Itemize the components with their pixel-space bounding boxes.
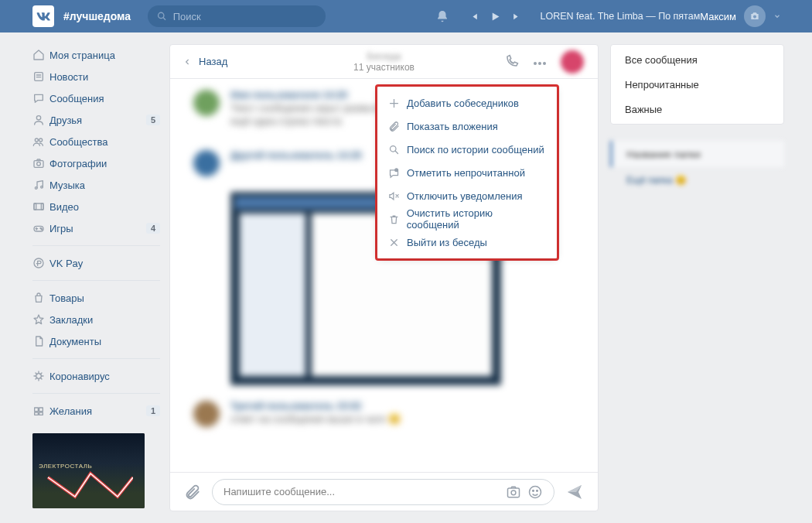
chevron-down-icon [773,12,781,20]
chat-title[interactable]: Беседа 11 участников [353,50,415,73]
chat-avatar[interactable] [561,50,584,73]
compose-bar [170,472,598,511]
emoji-icon[interactable] [527,484,543,500]
compose-input-wrap [212,479,554,505]
call-icon[interactable] [504,54,519,69]
send-icon[interactable] [565,483,584,501]
menu-attach[interactable]: Показать вложения [377,115,557,138]
svg-rect-24 [39,408,43,412]
nav-video[interactable]: Видео [32,196,160,217]
home-icon [32,49,49,61]
notifications-icon[interactable] [435,9,449,24]
mute-icon [388,190,407,202]
svg-point-6 [36,116,40,120]
game-icon [32,222,49,234]
nav-pay[interactable]: VK Pay [32,252,160,274]
leave-icon [388,237,407,248]
prev-track-icon[interactable] [469,12,479,22]
nav-star[interactable]: Закладки [32,309,160,330]
svg-point-10 [37,162,41,166]
plus-icon [388,97,407,109]
svg-point-20 [41,229,42,230]
chat-panel: Назад Беседа 11 участников Имя пользоват… [169,44,599,511]
search-input[interactable] [173,11,316,22]
message-input[interactable] [223,486,500,497]
music-controls: LOREN feat. The Limba — По пятам [469,11,701,22]
news-icon [32,70,49,83]
search-icon [157,11,167,22]
menu-plus[interactable]: Добавить собеседников [377,91,557,115]
avatar [744,5,766,27]
menu-leave[interactable]: Выйти из беседы [377,231,557,254]
ad-banner[interactable]: ЭЛЕКТРОСТАЛЬ [32,433,145,508]
camera-icon [32,157,49,169]
search-icon [388,144,407,156]
nav-chat[interactable]: Сообщения [32,87,160,109]
nav-virus[interactable]: Коронавирус [32,365,160,387]
nav-doc[interactable]: Документы [32,330,160,352]
play-icon[interactable] [490,11,501,22]
svg-point-7 [35,138,38,142]
chat-header: Назад Беседа 11 участников [170,45,598,79]
now-playing[interactable]: LOREN feat. The Limba — По пятам [541,11,701,22]
user-menu[interactable]: Максим [700,5,781,27]
menu-trash[interactable]: Очистить историю сообщений [377,207,557,231]
svg-rect-34 [508,488,520,497]
svg-point-2 [753,15,756,19]
nav-camera[interactable]: Фотографии [32,152,160,174]
filter-item[interactable]: Все сообщения [611,47,783,72]
svg-rect-26 [39,412,43,415]
nav-users[interactable]: Сообщества [32,131,160,152]
badge: 4 [146,223,160,234]
attach-icon[interactable] [184,484,201,501]
star-icon [32,313,49,326]
svg-point-38 [537,490,538,491]
nav-gift[interactable]: Желания1 [32,400,160,422]
menu-search[interactable]: Поиск по истории сообщений [377,138,557,161]
filter-item[interactable]: Непрочитанные [611,72,783,97]
nav-game[interactable]: Игры4 [32,217,160,239]
svg-point-12 [41,186,43,188]
nav-bag[interactable]: Товары [32,287,160,309]
pay-icon [32,257,49,269]
back-button[interactable]: Назад [184,56,227,67]
nav-home[interactable]: Моя страница [32,44,160,66]
menu-unread[interactable]: Отметить непрочитанной [377,161,557,184]
camera-icon [749,11,760,22]
folder-item[interactable]: Название папки [610,141,784,167]
user-icon [32,114,49,126]
svg-point-0 [159,12,164,18]
chevron-left-icon [184,56,191,67]
hashtag[interactable]: #лучшедома [63,10,131,22]
svg-rect-13 [34,203,43,210]
top-bar: #лучшедома LOREN feat. The Limba — По пя… [0,0,812,32]
search-box[interactable] [148,5,326,27]
svg-line-1 [163,18,165,20]
doc-icon [32,335,49,347]
svg-point-36 [530,486,541,497]
filter-item[interactable]: Важные [611,97,783,121]
menu-mute[interactable]: Отключить уведомления [377,184,557,207]
nav-music[interactable]: Музыка [32,174,160,196]
svg-point-8 [39,138,43,142]
sidebar: Моя страницаНовостиСообщенияДрузья5Сообщ… [32,44,160,511]
filter-box: Все сообщенияНепрочитанныеВажные [610,44,784,125]
bag-icon [32,292,49,304]
user-name: Максим [700,11,736,22]
attach-icon [388,121,407,132]
badge: 5 [146,115,160,125]
more-icon[interactable] [533,56,547,67]
svg-rect-15 [41,203,43,210]
video-icon [32,200,49,213]
photo-icon[interactable] [506,484,521,500]
nav-user[interactable]: Друзья5 [32,109,160,131]
badge: 1 [146,405,160,416]
svg-point-31 [395,168,398,171]
vk-logo[interactable] [32,5,54,27]
trash-icon [388,214,407,225]
folder-list: Название папки Ещё папка 😊 [610,136,784,198]
nav-news[interactable]: Новости [32,66,160,87]
next-track-icon[interactable] [512,12,522,22]
svg-rect-14 [34,203,36,210]
folder-item[interactable]: Ещё папка 😊 [610,167,784,193]
